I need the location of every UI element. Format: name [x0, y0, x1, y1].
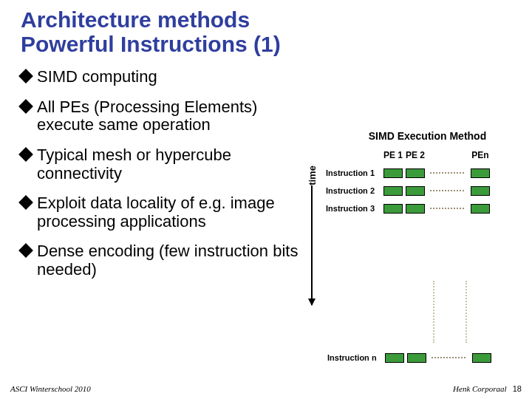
pe-cell [406, 353, 428, 363]
pe-header: PEn [468, 150, 493, 160]
footer-right: Henk Corporaal 18 [453, 384, 522, 393]
title-line-1: Architecture methods [21, 7, 250, 32]
ellipsis-cell [426, 190, 468, 191]
pe-cell [382, 204, 404, 214]
bullet-text: Exploit data locality of e.g. image proc… [37, 194, 275, 231]
diamond-icon [18, 99, 33, 114]
footer-left: ASCI Winterschool 2010 [10, 384, 91, 393]
time-axis: time [301, 160, 323, 305]
dots-horizontal-icon [430, 208, 464, 209]
instruction-row: Instruction 2 [326, 182, 526, 200]
pe-box-icon [471, 186, 490, 196]
bullet-item: Exploit data locality of e.g. image proc… [21, 194, 310, 231]
pe-cell [469, 353, 494, 363]
title-line-2: Powerful Instructions (1) [21, 32, 281, 56]
diamond-icon [18, 243, 33, 258]
pe-box-icon [406, 168, 425, 178]
diamond-icon [18, 147, 33, 162]
instruction-row: Instruction 1 [326, 164, 526, 182]
dots-horizontal-icon [432, 357, 466, 358]
instruction-label: Instruction 1 [326, 168, 382, 177]
ellipsis-cell [428, 357, 469, 358]
pe-header: PE 1 [382, 150, 404, 160]
diamond-icon [18, 69, 33, 83]
pe-box-icon [471, 168, 490, 178]
pe-cell [383, 353, 406, 363]
arrow-down-icon [311, 185, 313, 305]
time-label: time [306, 166, 317, 185]
pe-box-icon [383, 168, 403, 178]
bullet-text: Dense encoding (few instruction bits nee… [37, 242, 298, 279]
bullet-item: SIMD computing [21, 68, 310, 86]
dots-vertical-icon [433, 281, 434, 343]
footer: ASCI Winterschool 2010 Henk Corporaal 18 [10, 384, 522, 393]
pe-box-icon [407, 353, 426, 363]
pe-box-icon [383, 186, 403, 196]
slide: Architecture methods Powerful Instructio… [0, 0, 532, 399]
pe-cell [382, 168, 404, 178]
pe-header-row: x PE 1 PE 2 PEn [326, 146, 526, 164]
bullet-item: All PEs (Processing Elements) execute sa… [21, 98, 310, 134]
pe-cell [468, 186, 493, 196]
pe-box-icon [472, 353, 491, 363]
pe-cell [404, 186, 426, 196]
dots-horizontal-icon [430, 190, 464, 191]
bullet-text: SIMD computing [37, 67, 157, 86]
bullet-text: All PEs (Processing Elements) execute sa… [37, 98, 257, 134]
simd-diagram: SIMD Execution Method time x PE 1 PE 2 P… [301, 130, 526, 305]
instruction-row-n: Instruction n [301, 349, 526, 366]
pe-cell [468, 168, 493, 178]
bullet-item: Dense encoding (few instruction bits nee… [21, 242, 310, 279]
diagram-title: SIMD Execution Method [329, 130, 526, 142]
pe-header: PE 2 [404, 150, 426, 160]
footer-author: Henk Corporaal [453, 384, 506, 393]
pe-cell [404, 168, 426, 178]
instruction-row: Instruction 3 [326, 200, 526, 217]
diagram-body: time x PE 1 PE 2 PEn Instruction 1 [301, 146, 526, 305]
bullet-item: Typical mesh or hypercube connectivity [21, 146, 310, 183]
page-number: 18 [513, 384, 522, 393]
pe-box-icon [383, 204, 403, 214]
ellipsis-cell [426, 208, 468, 209]
pe-cell [404, 204, 426, 214]
instruction-label: Instruction 3 [326, 204, 382, 213]
dots-horizontal-icon [430, 172, 464, 174]
instruction-label: Instruction n [327, 353, 383, 362]
pe-cell [468, 204, 493, 214]
ellipsis-cell [426, 172, 468, 174]
pe-box-icon [471, 204, 490, 214]
bullet-text: Typical mesh or hypercube connectivity [37, 146, 231, 183]
diagram-grid: x PE 1 PE 2 PEn Instruction 1 Instructio… [326, 146, 526, 217]
cells [383, 353, 494, 363]
instruction-label: Instruction 2 [326, 186, 382, 195]
pe-box-icon [406, 204, 425, 214]
pe-cell [382, 186, 404, 196]
diamond-icon [18, 195, 33, 210]
dots-vertical-icon [466, 281, 467, 343]
slide-title: Architecture methods Powerful Instructio… [21, 7, 517, 56]
bullet-list: SIMD computing All PEs (Processing Eleme… [21, 66, 310, 291]
pe-box-icon [406, 186, 425, 196]
pe-box-icon [385, 353, 404, 363]
